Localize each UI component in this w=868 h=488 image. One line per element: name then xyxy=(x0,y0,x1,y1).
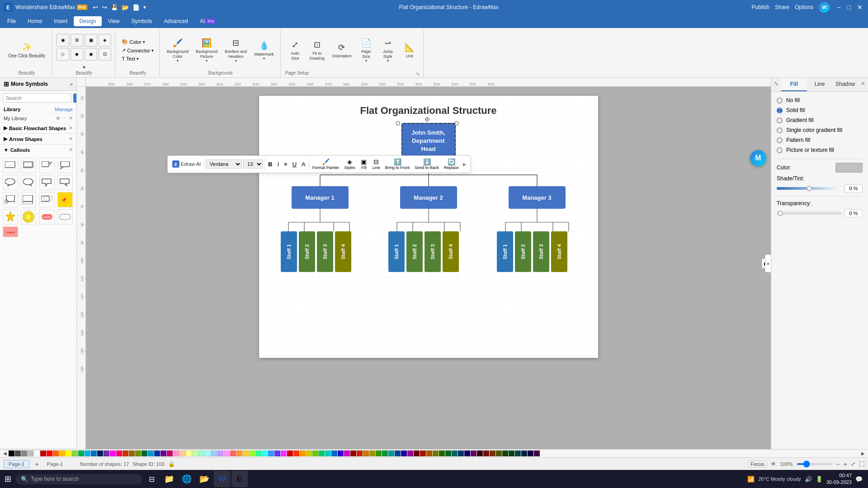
staff-3-4[interactable]: Staff 4 xyxy=(551,231,567,272)
replace-btn[interactable]: 🔄 Replace xyxy=(442,157,461,171)
borders-headers-btn[interactable]: ⊟ Borders andHeaders ▾ xyxy=(222,36,250,65)
send-to-back-btn[interactable]: ⬇️ Send to Back xyxy=(413,157,441,171)
palette-color[interactable] xyxy=(186,450,192,456)
my-library-label[interactable]: My Library xyxy=(4,116,27,121)
beautify-style-2[interactable]: ⊞ xyxy=(71,34,83,47)
page-tab-1[interactable]: Page-1 xyxy=(4,460,29,468)
staff-1-4[interactable]: Staff 4 xyxy=(335,231,351,272)
selection-handle-tl[interactable] xyxy=(396,122,400,125)
palette-color[interactable] xyxy=(53,450,59,456)
palette-color[interactable] xyxy=(350,450,356,456)
staff-1-1[interactable]: Staff 1 xyxy=(281,231,297,272)
watermark-btn[interactable]: 💧 Watermark ▾ xyxy=(251,38,277,62)
edge-btn[interactable]: 🌐 xyxy=(179,471,195,487)
palette-color[interactable] xyxy=(426,450,432,456)
picture-fill-option[interactable]: Picture or texture fill xyxy=(777,145,863,155)
palette-color[interactable] xyxy=(154,450,160,456)
palette-color[interactable] xyxy=(85,450,90,456)
beautify-style-4[interactable]: ◈ xyxy=(99,34,111,47)
page-setup-expand[interactable]: ⤡ xyxy=(416,71,420,76)
jump-style-btn[interactable]: ⤻ JumpStyle ▾ xyxy=(378,36,398,65)
shape-item[interactable] xyxy=(3,175,18,190)
orientation-btn[interactable]: ⟳ Orientation xyxy=(329,40,354,60)
search-button[interactable]: Search xyxy=(73,94,77,103)
italic-btn[interactable]: I xyxy=(275,160,281,169)
palette-color[interactable] xyxy=(104,450,109,456)
styles-btn[interactable]: ◈ Styles xyxy=(342,157,357,171)
palette-color[interactable] xyxy=(452,450,458,456)
palette-color[interactable] xyxy=(490,450,495,456)
fit-page-btn[interactable]: ⤢ xyxy=(851,461,855,467)
beautify-style-8[interactable]: ⊡ xyxy=(99,48,111,61)
share-btn[interactable]: Share xyxy=(775,4,789,10)
underline-btn[interactable]: U xyxy=(291,160,298,169)
staff-1-3[interactable]: Staff 3 xyxy=(317,231,333,272)
basic-flowchart-header[interactable]: ▶ Basic Flowchart Shapes ✕ xyxy=(0,123,76,133)
staff-2-4[interactable]: Staff 4 xyxy=(443,231,459,272)
palette-color[interactable] xyxy=(312,450,318,456)
palette-color[interactable] xyxy=(534,450,540,456)
search-input[interactable] xyxy=(3,94,71,103)
staff-2-2[interactable]: Staff 2 xyxy=(406,231,423,272)
shape-item[interactable] xyxy=(39,175,55,190)
palette-scroll-left[interactable]: ◀ xyxy=(2,451,8,456)
beautify-style-7[interactable]: ◉ xyxy=(85,48,97,61)
palette-color[interactable] xyxy=(496,450,502,456)
palette-color[interactable] xyxy=(40,450,46,456)
sys-time[interactable]: 00:47 30-09-2023 xyxy=(826,472,852,486)
staff-1-2[interactable]: Staff 2 xyxy=(299,231,315,272)
callouts-close[interactable]: ✕ xyxy=(69,147,73,153)
line-btn[interactable]: ⊟ Line xyxy=(371,157,382,171)
close-btn[interactable]: ✕ xyxy=(855,4,864,11)
palette-color[interactable] xyxy=(274,450,280,456)
manager-2-node[interactable]: Manager 2 xyxy=(400,186,457,209)
menu-item-home[interactable]: Home xyxy=(22,16,47,26)
palette-color[interactable] xyxy=(325,450,331,456)
palette-color[interactable] xyxy=(319,450,325,456)
palette-color[interactable] xyxy=(420,450,426,456)
page-size-btn[interactable]: 📄 PageSize ▾ xyxy=(356,36,376,65)
beautify-style-1[interactable]: ◉ xyxy=(57,34,69,47)
unit-btn[interactable]: 📐 Unit xyxy=(400,40,420,60)
options-btn[interactable]: Options xyxy=(795,4,813,10)
staff-2-1[interactable]: Staff 1 xyxy=(388,231,405,272)
format-painter-btn[interactable]: 🖌️ Format Painter xyxy=(311,157,341,171)
palette-color[interactable] xyxy=(123,450,128,456)
palette-color[interactable] xyxy=(72,450,78,456)
palette-color[interactable] xyxy=(236,450,242,456)
palette-color[interactable] xyxy=(433,450,439,456)
palette-color[interactable] xyxy=(401,450,407,456)
shape-item[interactable] xyxy=(3,192,18,207)
shape-item[interactable]: ... xyxy=(3,158,18,173)
new-btn[interactable]: 📄 xyxy=(132,4,140,11)
palette-scroll-right[interactable]: ▶ xyxy=(860,451,866,456)
files-btn[interactable]: 📂 xyxy=(196,471,212,487)
palette-color[interactable] xyxy=(224,450,230,456)
add-library-btn[interactable]: ⊕ xyxy=(56,115,60,121)
palette-color[interactable] xyxy=(148,450,154,456)
selection-handle-tr[interactable] xyxy=(455,122,458,125)
bring-to-front-btn[interactable]: ⬆️ Bring to Front xyxy=(383,157,412,171)
canvas-area[interactable]: 350 360 370 380 390 400 410 420 430 440 … xyxy=(77,78,771,449)
tab-close[interactable]: ✕ xyxy=(858,78,868,91)
palette-color[interactable] xyxy=(338,450,344,456)
arrow-section-close[interactable]: ✕ xyxy=(69,136,73,142)
connector-btn[interactable]: ↗ Connector ▾ xyxy=(120,47,156,54)
zoom-in-btn[interactable]: + xyxy=(844,460,847,468)
palette-color[interactable] xyxy=(255,450,261,456)
palette-color[interactable] xyxy=(21,450,27,456)
background-color-btn[interactable]: 🖌️ BackgroundColor ▾ xyxy=(164,36,191,65)
edrawmax-btn[interactable]: E xyxy=(231,471,248,487)
align-btn[interactable]: ≡ xyxy=(282,160,289,169)
text-btn[interactable]: T Text ▾ xyxy=(120,55,156,62)
palette-color[interactable] xyxy=(66,450,71,456)
zoom-slider[interactable] xyxy=(797,463,833,465)
shape-item[interactable]: LABEL xyxy=(39,209,55,225)
network-icon[interactable]: 📶 xyxy=(747,476,755,483)
menu-item-file[interactable]: File xyxy=(2,16,21,26)
shape-item[interactable] xyxy=(57,175,73,190)
shape-item[interactable] xyxy=(57,209,73,225)
fit-to-drawing-btn[interactable]: ⊡ Fit toDrawing xyxy=(307,38,327,63)
staff-3-2[interactable]: Staff 2 xyxy=(515,231,531,272)
shape-item[interactable] xyxy=(21,209,36,225)
